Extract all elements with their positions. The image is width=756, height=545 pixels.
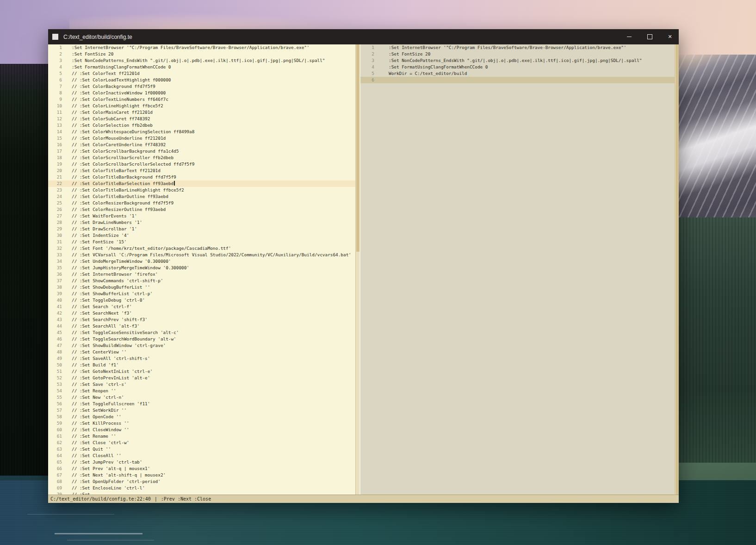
code-line[interactable]: 8 // :Set ColorInactiveWindow 1f000000 <box>48 90 355 96</box>
line-number: 70 <box>48 491 62 495</box>
code-line[interactable]: 67 // :Set Next 'alt-shift-q | mousex2' <box>48 472 355 478</box>
code-line[interactable]: 9 // :Set ColorTextLineNumbers ff646f7c <box>48 96 355 103</box>
text-caret <box>174 181 175 186</box>
code-line[interactable]: 28 // :Set DrawLineNumbers '1' <box>48 219 355 226</box>
maximize-button[interactable] <box>643 29 657 44</box>
code-line[interactable]: 15 // :Set ColorMouseUnderline ff21201d <box>48 135 355 142</box>
code-line[interactable]: 26 // :Set ColorResizerOutline ff93aebd <box>48 206 355 213</box>
code-line[interactable]: 56 // :Set ToggleFullscreen 'f11' <box>48 401 355 407</box>
code-line[interactable]: 70 // :Set <box>48 491 355 495</box>
status-commands[interactable]: :Prev :Next :Close <box>161 496 211 502</box>
line-text: // :Set ColorCaretUnderline ff748392 <box>62 142 166 148</box>
code-line[interactable]: 4 :Set FormatUsingClangFormatWhenCCode 0 <box>48 64 355 70</box>
right-scrollbar-thumb[interactable] <box>675 44 679 495</box>
code-line[interactable]: 4 :Set FormatUsingClangFormatWhenCCode 0 <box>360 64 675 70</box>
code-line[interactable]: 69 // :Set EncloseLine 'ctrl-l' <box>48 485 355 491</box>
code-line[interactable]: 68 // :Set OpenUpFolder 'ctrl-period' <box>48 478 355 485</box>
code-line[interactable]: 31 // :Set FontSize '15' <box>48 239 355 245</box>
code-line[interactable]: 32 // :Set Font '/home/krz/text_editor/p… <box>48 245 355 252</box>
code-line[interactable]: 25 // :Set ColorResizerBackground ffd7f5… <box>48 200 355 206</box>
right-pane-scrollbar[interactable] <box>675 44 679 495</box>
code-line[interactable]: 34 // :Set UndoMergeTimeWindow '0.300000… <box>48 258 355 265</box>
code-line[interactable]: 21 // :Set ColorTitleBarBackground ffd7f… <box>48 174 355 180</box>
code-line[interactable]: 1 :Set InternetBrowser '"C:/Program File… <box>48 44 355 51</box>
window-titlebar[interactable]: C:/text_editor/build/config.te ✕ <box>48 29 679 44</box>
code-line[interactable]: 47 // :Set ShowBuildWindow 'ctrl-grave' <box>48 342 355 349</box>
code-line[interactable]: 1 :Set InternetBrowser '"C:/Program File… <box>360 44 675 51</box>
code-line[interactable]: 44 // :Set SearchAll 'alt-f3' <box>48 323 355 329</box>
code-line[interactable]: 6 <box>360 77 675 83</box>
code-line[interactable]: 58 // :Set OpenCode '' <box>48 414 355 420</box>
code-line[interactable]: 30 // :Set IndentSize '4' <box>48 232 355 239</box>
code-line[interactable]: 6 // :Set ColorLoadTextHighlight f000000 <box>48 77 355 83</box>
code-line[interactable]: 39 // :Set ShowBufferList 'ctrl-p' <box>48 291 355 297</box>
line-number: 26 <box>48 206 62 213</box>
code-line[interactable]: 64 // :Set CloseAll '' <box>48 452 355 459</box>
code-line[interactable]: 63 // :Set Quit '' <box>48 446 355 452</box>
code-line[interactable]: 66 // :Set Prev 'alt-q | mousex1' <box>48 465 355 472</box>
code-line[interactable]: 43 // :Set SearchPrev 'shift-f3' <box>48 316 355 323</box>
line-number: 1 <box>48 44 62 51</box>
code-line[interactable]: 50 // :Set Build 'f1' <box>48 362 355 368</box>
close-button[interactable]: ✕ <box>663 29 677 44</box>
code-line[interactable]: 48 // :Set CenterView '' <box>48 349 355 355</box>
code-line[interactable]: 20 // :Set ColorTitleBarText ff21201d <box>48 167 355 174</box>
code-line[interactable]: 46 // :Set ToggleSearchWordBoundary 'alt… <box>48 336 355 342</box>
left-pane-scrollbar[interactable] <box>355 44 359 495</box>
code-line[interactable]: 27 // :Set WaitForEvents '1' <box>48 213 355 219</box>
code-line[interactable]: 2 :Set FontSize 20 <box>48 51 355 57</box>
code-line[interactable]: 61 // :Set Rename '' <box>48 433 355 440</box>
code-line[interactable]: 13 // :Set ColorSelection ffb2dbeb <box>48 122 355 129</box>
line-number: 31 <box>48 239 62 245</box>
line-number: 58 <box>48 414 62 420</box>
code-line[interactable]: 36 // :Set InternetBrowser 'firefox' <box>48 271 355 278</box>
line-number: 11 <box>48 109 62 116</box>
minimize-button[interactable] <box>622 29 636 44</box>
code-line[interactable]: 40 // :Set ToggleDebug 'ctrl-0' <box>48 297 355 303</box>
code-line[interactable]: 19 // :Set ColorScrollbarScrollerSelecte… <box>48 161 355 167</box>
code-line[interactable]: 41 // :Set Search 'ctrl-f' <box>48 303 355 310</box>
line-text: :Set InternetBrowser '"C:/Program Files/… <box>62 44 310 51</box>
code-line[interactable]: 60 // :Set CloseWindow '' <box>48 427 355 433</box>
code-line[interactable]: 53 // :Set Save 'ctrl-s' <box>48 381 355 388</box>
code-line[interactable]: 57 // :Set SetWorkDir '' <box>48 407 355 414</box>
code-line[interactable]: 10 // :Set ColorLineHighlight ffbce5f2 <box>48 103 355 109</box>
code-line[interactable]: 3 :Set NonCodePatterns_EndsWith ".git/|.… <box>360 57 675 64</box>
code-line[interactable]: 37 // :Set ShowCommands 'ctrl-shift-p' <box>48 278 355 284</box>
code-line[interactable]: 5 // :Set ColorText ff21201d <box>48 70 355 77</box>
line-text: // :Set Save 'ctrl-s' <box>62 381 127 388</box>
wallpaper-mountain <box>676 55 756 223</box>
line-text: :Set FormatUsingClangFormatWhenCCode 0 <box>374 64 488 70</box>
code-line[interactable]: 12 // :Set ColorSubCaret ff748392 <box>48 116 355 122</box>
code-line[interactable]: 5 WorkDir = C:/text_editor/build <box>360 70 675 77</box>
code-line[interactable]: 23 // :Set ColorTitleBarLineHighlight ff… <box>48 187 355 193</box>
code-line[interactable]: 62 // :Set Close 'ctrl-w' <box>48 440 355 446</box>
code-line[interactable]: 54 // :Set Reopen '' <box>48 388 355 394</box>
code-line[interactable]: 49 // :Set SaveAll 'ctrl-shift-s' <box>48 355 355 362</box>
code-line[interactable]: 22 // :Set ColorTitleBarSelection ff93ae… <box>48 180 355 187</box>
code-line[interactable]: 59 // :Set KillProcess '' <box>48 420 355 427</box>
code-line[interactable]: 18 // :Set ColorScrollbarScroller ffb2db… <box>48 155 355 161</box>
code-line[interactable]: 38 // :Set ShowDebugBufferList '' <box>48 284 355 291</box>
code-line[interactable]: 7 // :Set ColorBackground ffd7f5f9 <box>48 83 355 90</box>
line-text: // :Set GotoPrevInList 'alt-e' <box>62 375 150 381</box>
code-line[interactable]: 2 :Set FontSize 20 <box>360 51 675 57</box>
code-line[interactable]: 51 // :Set GotoNextInList 'ctrl-e' <box>48 368 355 375</box>
editor-pane-left[interactable]: 1 :Set InternetBrowser '"C:/Program File… <box>48 44 355 495</box>
code-line[interactable]: 35 // :Set JumpHistoryMergeTimeWindow '0… <box>48 265 355 271</box>
code-line[interactable]: 11 // :Set ColorMainCaret ff21201d <box>48 109 355 116</box>
code-line[interactable]: 33 // :Set VCVarsall 'C:/Program Files/M… <box>48 252 355 258</box>
code-line[interactable]: 45 // :Set ToggleCaseSensitiveSearch 'al… <box>48 329 355 336</box>
code-line[interactable]: 29 // :Set DrawScrollbar '1' <box>48 226 355 232</box>
code-line[interactable]: 24 // :Set ColorTitleBarOutline ff93aebd <box>48 193 355 200</box>
code-line[interactable]: 42 // :Set SearchNext 'f3' <box>48 310 355 316</box>
code-line[interactable]: 17 // :Set ColorScrollbarBackground ffa1… <box>48 148 355 155</box>
editor-pane-right[interactable]: 1 :Set InternetBrowser '"C:/Program File… <box>360 44 675 495</box>
left-scrollbar-thumb[interactable] <box>356 44 359 252</box>
code-line[interactable]: 52 // :Set GotoPrevInList 'alt-e' <box>48 375 355 381</box>
code-line[interactable]: 3 :Set NonCodePatterns_EndsWith ".git/|.… <box>48 57 355 64</box>
code-line[interactable]: 55 // :Set New 'ctrl-n' <box>48 394 355 401</box>
code-line[interactable]: 16 // :Set ColorCaretUnderline ff748392 <box>48 142 355 148</box>
code-line[interactable]: 65 // :Set JumpPrev 'ctrl-tab' <box>48 459 355 465</box>
code-line[interactable]: 14 // :Set ColorWhitespaceDuringSelectio… <box>48 129 355 135</box>
